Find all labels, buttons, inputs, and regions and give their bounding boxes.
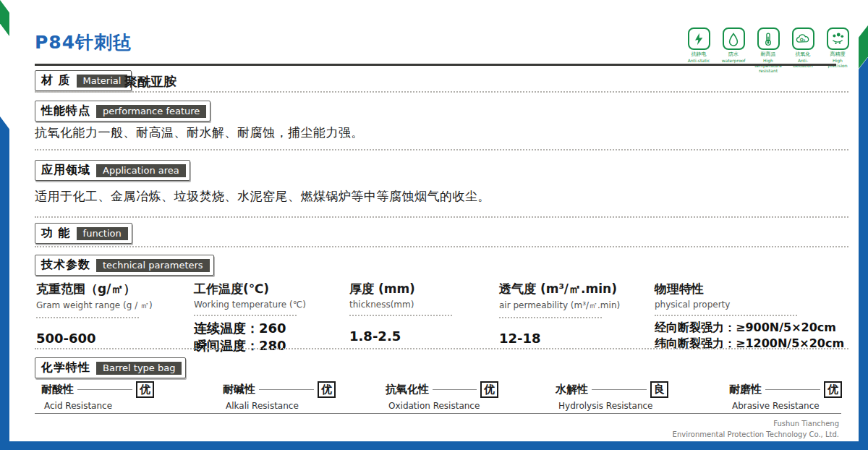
company-name: Fushun Tiancheng Environmental Protectio… [673, 418, 839, 440]
chem-oxidation-resistance: 抗氧化性 优 Oxidation Resistance [386, 381, 498, 411]
section-badge-function: 功 能 function [35, 223, 132, 244]
chem-acid-resistance: 耐酸性 优 Acid Resistance [41, 381, 154, 411]
oxygen-cloud-icon: O₂ [792, 27, 814, 50]
title-rule [35, 64, 836, 66]
feature-high-temperature: 耐高温 High temperature resistant [754, 27, 783, 73]
param-air-permeability: 透气度 (m³/㎡.min) air permeability (m³/㎡.mi… [499, 281, 647, 347]
company-line2: Environmental Protection Technology Co.,… [673, 429, 839, 440]
chem-rating: 优 [136, 381, 154, 398]
feature-waterproof: 防水 waterproof [719, 27, 748, 73]
performance-text: 抗氧化能力一般、耐高温、耐水解、耐腐蚀，捕尘能力强。 [35, 124, 364, 141]
chem-connector-line [592, 389, 647, 390]
left-edge-blue-bar [0, 116, 9, 450]
icon-label-zh: 防水 [719, 51, 748, 58]
section-badge-performance: 性能特点 performance feature [35, 101, 210, 122]
param-physical-property: 物理特性 physical property 经向断裂强力：≥900N/5×20… [655, 281, 851, 351]
icon-label-zh: 耐高温 [754, 51, 783, 58]
thermometer-icon [757, 27, 780, 50]
param-underline [655, 315, 797, 316]
param-underline [349, 315, 452, 316]
param-zh: 工作温度(℃) [194, 281, 342, 297]
chem-zh: 水解性 [556, 383, 588, 396]
param-en: Working temperature (℃) [194, 300, 342, 310]
chem-connector-line [433, 389, 477, 390]
param-value: 12-18 [499, 330, 647, 347]
param-zh: 物理特性 [655, 281, 851, 297]
separator [35, 246, 848, 247]
section-badge-application: 应用领域 Application area [35, 160, 190, 181]
param-value: 500-600 [36, 330, 184, 347]
chem-rating: 良 [650, 381, 668, 398]
param-zh: 厚度 (mm) [349, 281, 490, 297]
param-zh: 透气度 (m³/㎡.min) [499, 281, 647, 297]
param-en: physical property [655, 300, 851, 310]
chem-connector-line [77, 389, 132, 390]
chem-rating: 优 [318, 381, 336, 398]
precision-dots-icon [827, 27, 849, 50]
param-en: thickness(mm) [349, 300, 490, 310]
chem-connector-line [259, 389, 314, 390]
right-edge-blue-bar [859, 57, 868, 450]
svg-text:O₂: O₂ [800, 37, 806, 41]
section-en: Barrel type bag [96, 362, 182, 375]
chem-zh: 抗氧化性 [386, 383, 429, 396]
chem-alkali-resistance: 耐碱性 优 Alkali Resistance [223, 381, 336, 411]
param-value: 瞬间温度：280 [194, 337, 342, 355]
separator [35, 348, 848, 349]
feature-icon-strip: 抗静电 Anti-static 防水 waterproof 耐高温 High t… [684, 27, 852, 73]
param-value: 1.8-2.5 [349, 328, 490, 345]
section-badge-technical: 技术参数 technical parameters [35, 255, 214, 276]
section-en: Application area [96, 164, 186, 177]
chem-en: Oxidation Resistance [386, 401, 498, 411]
param-thickness: 厚度 (mm) thickness(mm) 1.8-2.5 [349, 281, 490, 345]
spec-sheet-page: P84针刺毡 抗静电 Anti-static 防水 waterproof [0, 0, 868, 450]
section-zh: 应用领域 [41, 163, 90, 178]
section-zh: 材 质 [41, 73, 71, 88]
bottom-blue-bar [0, 441, 868, 450]
company-line1: Fushun Tiancheng [673, 418, 839, 429]
icon-label-en: Anti-oxidation [788, 58, 817, 68]
param-value: 连续温度：260 [194, 320, 342, 337]
chem-zh: 耐酸性 [41, 383, 74, 396]
left-edge-green-wedge [0, 0, 9, 36]
feature-anti-oxidation: O₂ 抗氧化 Anti-oxidation [788, 27, 817, 73]
material-value: 聚酰亚胺 [124, 73, 176, 90]
separator [35, 91, 848, 93]
chem-zh: 耐磨性 [729, 383, 762, 396]
separator [35, 216, 848, 218]
icon-label-en: Anti-static [684, 58, 713, 63]
feature-anti-static: 抗静电 Anti-static [684, 27, 713, 73]
section-en: performance feature [96, 105, 206, 118]
icon-label-en: waterproof [719, 58, 748, 63]
param-en: air permeability (m³/㎡.min) [499, 300, 647, 312]
chem-abrasive-resistance: 耐磨性 优 Abrasive Resistance [729, 381, 842, 411]
chem-rating: 优 [480, 381, 498, 398]
param-underline [194, 315, 297, 316]
param-value: 经向断裂强力：≥900N/5×20cm [655, 320, 851, 336]
feature-high-precision: 高精度 High precision [823, 27, 852, 73]
chem-en: Hydrolysis Resistance [556, 401, 668, 411]
icon-label-zh: 抗氧化 [788, 51, 817, 58]
lightning-icon [688, 27, 710, 50]
icon-label-zh: 抗静电 [684, 51, 713, 58]
section-zh: 技术参数 [41, 258, 90, 273]
section-badge-material: 材 质 Material [35, 70, 132, 91]
section-badge-chemical: 化学特性 Barrel type bag [35, 357, 186, 378]
icon-label-zh: 高精度 [823, 51, 852, 58]
chem-en: Abrasive Resistance [729, 401, 842, 411]
param-underline [499, 317, 602, 318]
param-zh: 克重范围（g/㎡） [36, 281, 184, 297]
water-drop-icon [723, 27, 745, 50]
param-en: Gram weight range (g / ㎡) [36, 300, 184, 312]
param-underline [36, 317, 139, 318]
section-en: function [77, 227, 128, 240]
chem-hydrolysis-resistance: 水解性 良 Hydrolysis Resistance [556, 381, 668, 411]
chem-en: Alkali Resistance [223, 401, 336, 411]
section-en: Material [77, 75, 128, 88]
chem-en: Acid Resistance [41, 401, 154, 411]
page-title: P84针刺毡 [35, 30, 132, 54]
section-zh: 性能特点 [41, 103, 90, 119]
chem-rating: 优 [824, 381, 842, 398]
section-en: technical parameters [96, 259, 210, 272]
param-gram-weight: 克重范围（g/㎡） Gram weight range (g / ㎡) 500-… [36, 281, 184, 347]
